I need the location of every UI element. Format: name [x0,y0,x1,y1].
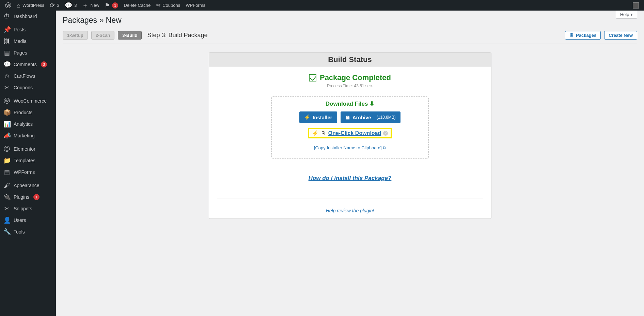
menu-icon: 📁 [3,157,10,164]
download-icon: ⬇ [370,101,374,107]
sidebar-item-comments[interactable]: 💬Comments3 [0,59,56,70]
menu-icon: 💬 [3,61,10,67]
plus-icon: ＋ [82,2,88,9]
one-click-box: ⚡ 🗎 One-Click Download ? [308,128,392,138]
menu-icon: ▤ [3,169,10,175]
archive-icon: 🗄 [569,33,574,38]
sidebar-item-products[interactable]: 📦Products [0,107,56,118]
download-box: Download Files ⬇ ⚡Installer 🗎Archive (11… [271,96,429,159]
sidebar-item-media[interactable]: 🖼Media [0,35,56,47]
menu-badge: 1 [33,194,40,200]
delete-cache-link[interactable]: Delete Cache [121,0,153,11]
menu-label: Posts [14,27,26,32]
menu-label: Elementor [14,146,35,152]
sidebar-item-coupons[interactable]: ✂Coupons [0,82,56,93]
menu-label: Templates [14,158,35,163]
sidebar-item-pages[interactable]: ▤Pages [0,47,56,59]
step-3-pill[interactable]: 3-Build [118,31,142,40]
main-content: Help ▾ Packages » New 1-Setup 2-Scan 3-B… [56,0,644,226]
menu-icon: 📦 [3,109,10,116]
admin-topbar: ⓦ ⌂WordPress ⟳3 💬3 ＋New ⚑1 Delete Cache … [0,0,644,11]
menu-label: Users [14,217,26,223]
wp-logo[interactable]: ⓦ [2,0,14,11]
step-1-pill[interactable]: 1-Setup [63,31,88,40]
package-completed: Package Completed [217,73,483,82]
process-time: Process Time: 43.51 sec. [217,84,483,88]
bolt-icon: ⚡ [304,114,311,120]
updates-link[interactable]: ⟳3 [47,0,62,11]
menu-badge: 3 [41,61,47,67]
installer-button[interactable]: ⚡Installer [299,111,337,123]
archive-button[interactable]: 🗎Archive (110.8MB) [341,111,400,123]
sidebar-item-templates[interactable]: 📁Templates [0,155,56,166]
flag-icon: ⚑ [105,2,110,9]
help-icon[interactable]: ? [383,131,388,136]
sidebar-item-analytics[interactable]: 📊Analytics [0,118,56,130]
wordpress-icon: ⓦ [5,2,11,9]
sidebar-item-marketing[interactable]: 📣Marketing [0,130,56,141]
menu-icon: 🖌 [3,182,10,189]
file-icon: 🗎 [321,130,326,136]
user-menu[interactable] [630,0,642,11]
menu-icon: ⓦ [3,98,10,104]
sidebar-item-dashboard[interactable]: ⏱Dashboard [0,11,56,22]
check-icon [309,74,316,81]
one-click-download-link[interactable]: One-Click Download [328,130,381,136]
refresh-icon: ⟳ [50,2,55,9]
sidebar-item-plugins[interactable]: 🔌Plugins1 [0,191,56,203]
menu-icon: ✂ [3,206,10,212]
packages-button[interactable]: 🗄Packages [565,31,601,40]
step-2-pill[interactable]: 2-Scan [91,31,115,40]
how-install-link[interactable]: How do I install this Package? [309,175,392,182]
scissors-icon: ✄ [156,2,160,9]
menu-label: Pages [14,50,27,56]
help-tab[interactable]: Help ▾ [616,11,637,19]
sidebar-item-users[interactable]: 👤Users [0,214,56,226]
sidebar-item-wpforms[interactable]: ▤WPForms [0,166,56,178]
menu-icon: ⏱ [3,13,10,19]
site-link[interactable]: ⌂WordPress [14,0,47,11]
sidebar-item-cartflows[interactable]: ⎋CartFlows [0,70,56,82]
comment-icon: 💬 [65,2,72,9]
menu-icon: 📌 [3,27,10,33]
menu-icon: ▤ [3,50,10,56]
menu-icon: ✂ [3,85,10,91]
menu-label: Snippets [14,206,32,211]
menu-label: Plugins [14,194,29,200]
wpforms-link[interactable]: WPForms [183,0,208,11]
new-link[interactable]: ＋New [79,0,102,11]
sidebar-item-woocommerce[interactable]: ⓦWooCommerce [0,95,56,107]
menu-label: Analytics [14,121,33,127]
sidebar-item-snippets[interactable]: ✂Snippets [0,203,56,214]
sidebar-item-appearance[interactable]: 🖌Appearance [0,180,56,191]
copy-installer-link[interactable]: [Copy Installer Name to Clipboard] ⧉ [279,145,422,151]
menu-label: Appearance [14,183,40,188]
create-new-button[interactable]: Create New [604,31,637,40]
sidebar-item-posts[interactable]: 📌Posts [0,24,56,35]
menu-label: CartFlows [14,73,35,79]
menu-label: Media [14,39,27,44]
step-label: Step 3: Build Package [147,32,207,39]
menu-icon: 👤 [3,217,10,223]
download-title: Download Files ⬇ [279,100,422,107]
comments-link[interactable]: 💬3 [62,0,79,11]
coupons-link[interactable]: ✄Coupons [153,0,183,11]
menu-label: Dashboard [14,14,37,19]
menu-icon: 📊 [3,121,10,127]
copy-icon: ⧉ [383,145,386,150]
file-icon: 🗎 [345,115,350,120]
menu-icon: 🔌 [3,194,10,200]
bolt-icon: ⚡ [312,130,319,136]
page-title: Packages » New [63,16,637,25]
menu-label: WPForms [14,169,35,175]
avatar-icon [633,2,639,9]
menu-label: Comments [14,62,37,67]
menu-label: WooCommerce [14,98,47,104]
menu-icon: Ⓔ [3,146,10,152]
sidebar-item-elementor[interactable]: ⒺElementor [0,143,56,155]
home-icon: ⌂ [17,2,20,9]
inbox-link[interactable]: ⚑1 [102,0,121,11]
review-plugin-link[interactable]: Help review the plugin! [326,208,374,213]
menu-icon: 📣 [3,133,10,139]
build-panel: Build Status Package Completed Process T… [209,52,491,219]
